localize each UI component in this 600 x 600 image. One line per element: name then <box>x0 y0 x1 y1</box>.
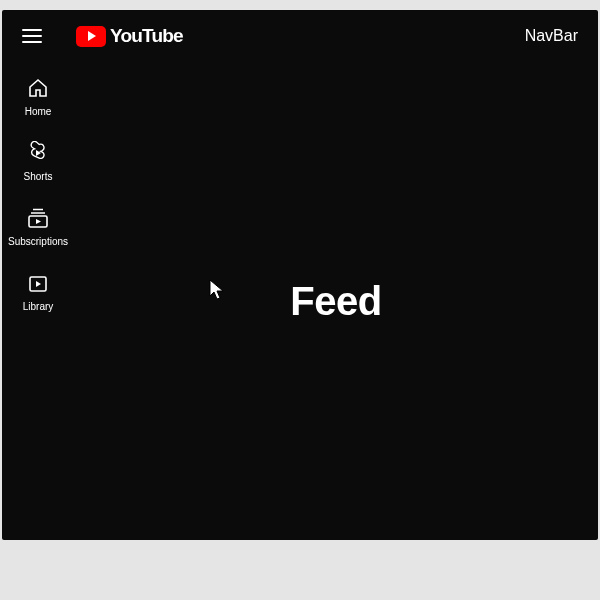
subscriptions-icon <box>26 206 50 230</box>
brand-text: YouTube <box>110 25 183 47</box>
sidebar-item-label: Library <box>23 301 54 312</box>
sidebar-item-shorts[interactable]: Shorts <box>2 141 74 182</box>
hamburger-icon <box>22 29 42 31</box>
youtube-logo[interactable]: YouTube <box>76 25 183 47</box>
sidebar-item-library[interactable]: Library <box>2 271 74 312</box>
sidebar-item-label: Subscriptions <box>8 236 68 247</box>
sidebar-item-label: Home <box>25 106 52 117</box>
library-icon <box>26 271 50 295</box>
sidebar: Home Shorts <box>2 62 74 540</box>
main-content: Feed <box>74 62 598 540</box>
navbar-label: NavBar <box>525 27 578 45</box>
shorts-icon <box>26 141 50 165</box>
sidebar-item-subscriptions[interactable]: Subscriptions <box>2 206 74 247</box>
body: Home Shorts <box>2 62 598 540</box>
feed-title: Feed <box>290 279 381 324</box>
app-window: YouTube NavBar Home <box>2 10 598 540</box>
play-badge-icon <box>76 26 106 47</box>
sidebar-item-home[interactable]: Home <box>2 76 74 117</box>
home-icon <box>26 76 50 100</box>
menu-button[interactable] <box>22 24 46 48</box>
header: YouTube NavBar <box>2 10 598 62</box>
sidebar-item-label: Shorts <box>24 171 53 182</box>
